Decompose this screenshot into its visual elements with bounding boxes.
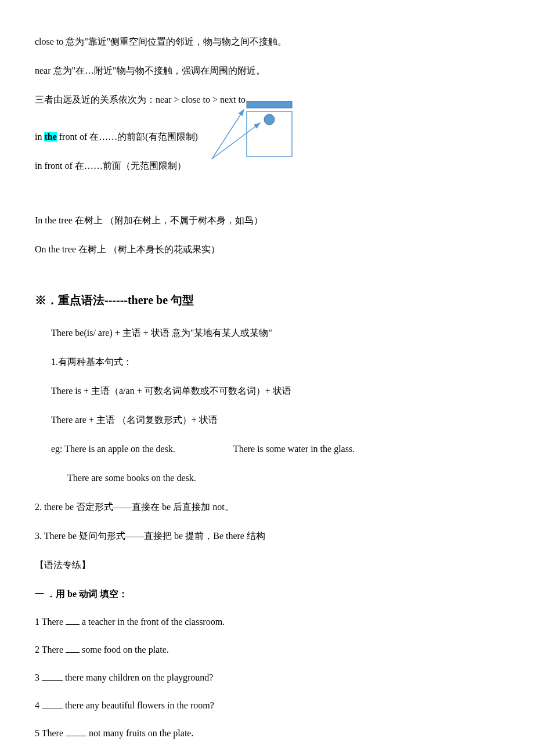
grammar-practice-label: 【语法专练】 — [35, 558, 499, 572]
grammar-line-7: 3. There be 疑问句形式——直接把 be 提前，Be there 结构 — [35, 529, 499, 543]
q4-a: 4 — [35, 700, 42, 710]
q1-a: 1 There — [35, 617, 66, 627]
exercise-q1: 1 There a teacher in the front of the cl… — [35, 615, 499, 629]
exercise-q4: 4 there any beautiful flowers in the roo… — [35, 699, 499, 712]
grammar-line-2: 1.有两种基本句式： — [51, 355, 499, 369]
svg-rect-1 — [247, 101, 292, 108]
note-line-closeto: close to 意为"靠近"侧重空间位置的邻近，物与物之间不接触。 — [35, 35, 499, 49]
the-highlight: the — [44, 132, 56, 142]
q3-b: there many children on the playground? — [63, 672, 213, 682]
grammar-line-1: There be(is/ are) + 主语 + 状语 意为"某地有某人或某物" — [51, 326, 499, 340]
svg-point-3 — [264, 114, 275, 125]
grammar-line-6: 2. there be 否定形式——直接在 be 后直接加 not。 — [35, 500, 499, 514]
q5-blank — [66, 727, 86, 736]
grammar-heading: ※．重点语法------there be 句型 — [35, 291, 499, 309]
q4-blank — [42, 699, 63, 708]
grammar-line-4: There are + 主语 （名词复数形式）+ 状语 — [51, 413, 499, 427]
front-of-section: in the front of 在……的前部(有范围限制) in front o… — [35, 130, 499, 173]
in-the-front-of-line: in the front of 在……的前部(有范围限制) — [35, 130, 198, 144]
exercise-heading: 一 ．用 be 动词 填空： — [35, 587, 499, 601]
in-prefix: in — [35, 132, 44, 142]
note-line-near: near 意为"在…附近"物与物不接触，强调在周围的附近。 — [35, 64, 499, 78]
exercise-q3: 3 there many children on the playground? — [35, 671, 499, 685]
exercise-q5: 5 There not many fruits on the plate. — [35, 726, 499, 740]
q3-blank — [42, 671, 63, 681]
q1-blank — [66, 616, 80, 625]
exercise-q2: 2 There some food on the plate. — [35, 643, 499, 657]
svg-line-5 — [212, 123, 260, 159]
grammar-line-3: There is + 主语（a/an + 可数名词单数或不可数名词）+ 状语 — [51, 384, 499, 398]
q4-b: there any beautiful flowers in the room? — [63, 700, 214, 710]
q1-b: a teacher in the front of the classroom. — [80, 617, 225, 627]
svg-line-4 — [212, 110, 244, 159]
front-of-diagram — [209, 101, 302, 176]
in-the-tree-line: In the tree 在树上 （附加在树上，不属于树本身，如鸟） — [35, 214, 499, 227]
q5-a: 5 There — [35, 728, 66, 738]
q2-blank — [66, 643, 80, 653]
in-the-front-rest: front of 在……的前部(有范围限制) — [57, 132, 198, 142]
q2-b: some food on the plate. — [80, 645, 169, 654]
on-the-tree-line: On the tree 在树上 （树上本身长的花或果实） — [35, 243, 499, 256]
q5-b: not many fruits on the plate. — [86, 728, 193, 738]
grammar-eg-line-2: There are some books on the desk. — [67, 471, 499, 485]
q3-a: 3 — [35, 672, 42, 682]
grammar-eg-line-1: eg: There is an apple on the desk.There … — [51, 442, 499, 456]
eg-left: eg: There is an apple on the desk. — [51, 444, 175, 454]
q2-a: 2 There — [35, 645, 66, 654]
eg-right: There is some water in the glass. — [233, 444, 355, 454]
